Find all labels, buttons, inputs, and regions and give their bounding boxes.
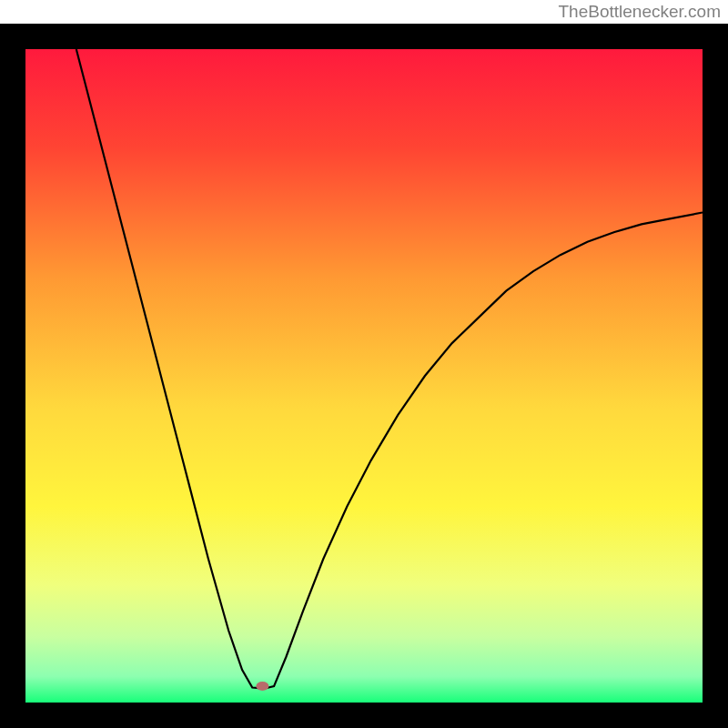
watermark-text: TheBottlenecker.com [559, 2, 721, 22]
gradient-background [25, 49, 703, 703]
bottleneck-chart [0, 0, 728, 728]
chart-container: TheBottlenecker.com [0, 0, 728, 728]
current-config-marker [256, 682, 268, 691]
